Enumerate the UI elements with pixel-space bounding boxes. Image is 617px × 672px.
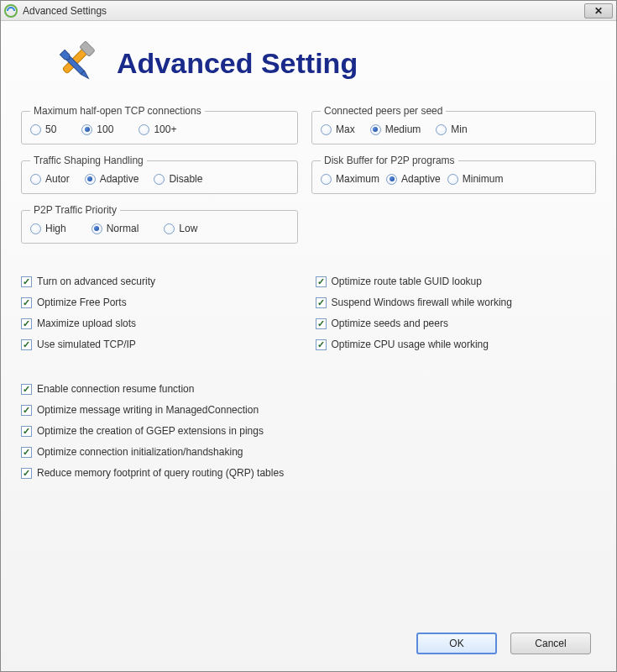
radio-icon: [386, 174, 397, 185]
group-traffic: Traffic Shaping Handling Autor Adaptive …: [21, 155, 298, 194]
group-disk-legend: Disk Buffer for P2P programs: [321, 155, 458, 166]
radio-icon: [447, 174, 458, 185]
radio-icon: [164, 223, 175, 234]
radio-icon: [154, 174, 165, 185]
checkbox-icon: [21, 447, 32, 458]
titlebar: Advanced Settings ✕: [1, 1, 616, 21]
window: Advanced Settings ✕ Advan: [0, 0, 617, 672]
group-priority: P2P Traffic Priority High Normal Low: [21, 204, 298, 244]
radio-icon: [85, 174, 96, 185]
row-2: Traffic Shaping Handling Autor Adaptive …: [21, 155, 596, 194]
check-seeds-peers[interactable]: Optimize seeds and peers: [316, 318, 597, 329]
content-area: Advanced Setting Maximum half-open TCP c…: [1, 21, 616, 671]
radio-icon: [370, 124, 381, 135]
group-peers: Connected peers per seed Max Medium Min: [311, 105, 596, 144]
check-route-table[interactable]: Optimize route table GUID lookup: [316, 276, 597, 287]
group-tcp-legend: Maximum half-open TCP connections: [30, 105, 205, 117]
checkbox-icon: [21, 318, 32, 329]
check-suspend-firewall[interactable]: Suspend Windows firewall while working: [316, 297, 597, 308]
check-simulated-tcpip[interactable]: Use simulated TCP/IP: [21, 339, 302, 350]
radio-icon: [30, 223, 41, 234]
group-peers-legend: Connected peers per seed: [321, 105, 446, 117]
checkbox-icon: [21, 297, 32, 308]
radio-disk-maximum[interactable]: Maximum: [321, 173, 379, 185]
close-icon: ✕: [594, 5, 603, 17]
radio-priority-normal[interactable]: Normal: [92, 223, 139, 234]
checkbox-icon: [21, 276, 32, 287]
checkbox-icon: [21, 405, 32, 416]
checkbox-icon: [316, 297, 327, 308]
radio-priority-high[interactable]: High: [30, 223, 66, 234]
checkbox-icon: [316, 276, 327, 287]
check-upload-slots[interactable]: Maximize upload slots: [21, 318, 302, 329]
radio-traffic-adaptive[interactable]: Adaptive: [85, 173, 139, 185]
check-ggep-extensions[interactable]: Optimize the creation of GGEP extensions…: [21, 425, 596, 437]
radio-traffic-autor[interactable]: Autor: [30, 173, 70, 185]
check-message-writing[interactable]: Optimize message writing in ManagedConne…: [21, 404, 596, 416]
close-button[interactable]: ✕: [584, 3, 613, 18]
radio-icon: [321, 124, 332, 135]
row-1: Maximum half-open TCP connections 50 100…: [21, 105, 596, 144]
group-traffic-legend: Traffic Shaping Handling: [30, 155, 147, 166]
check-col-left: Turn on advanced security Optimize Free …: [21, 276, 302, 360]
radio-tcp-50[interactable]: 50: [30, 123, 56, 135]
radio-peers-max[interactable]: Max: [321, 123, 355, 135]
check-free-ports[interactable]: Optimize Free Ports: [21, 297, 302, 308]
check-cpu-usage[interactable]: Optimize CPU usage while working: [316, 339, 597, 350]
checkbox-icon: [21, 468, 32, 479]
check-connection-resume[interactable]: Enable connection resume function: [21, 383, 596, 395]
radio-icon: [92, 223, 102, 234]
check-col-right: Optimize route table GUID lookup Suspend…: [316, 276, 597, 360]
radio-tcp-100plus[interactable]: 100+: [139, 123, 176, 135]
page-header: Advanced Setting: [46, 36, 596, 90]
radio-icon: [30, 174, 41, 185]
ok-button[interactable]: OK: [416, 633, 497, 654]
window-title: Advanced Settings: [23, 5, 584, 17]
row-3: P2P Traffic Priority High Normal Low: [21, 204, 596, 244]
button-row: OK Cancel: [416, 633, 591, 654]
radio-peers-medium[interactable]: Medium: [370, 123, 421, 135]
radio-traffic-disable[interactable]: Disable: [154, 173, 202, 185]
radio-icon: [30, 124, 41, 135]
checkbox-icon: [21, 339, 32, 350]
tools-icon: [46, 36, 100, 90]
page-title: Advanced Setting: [117, 47, 358, 80]
group-tcp: Maximum half-open TCP connections 50 100…: [21, 105, 298, 144]
checkbox-icon: [316, 339, 327, 350]
group-disk: Disk Buffer for P2P programs Maximum Ada…: [311, 155, 596, 194]
checkbox-icon: [316, 318, 327, 329]
checkbox-icon: [21, 426, 32, 437]
app-icon: [4, 4, 18, 18]
cancel-button[interactable]: Cancel: [510, 633, 591, 654]
check-advanced-security[interactable]: Turn on advanced security: [21, 276, 302, 287]
radio-disk-adaptive[interactable]: Adaptive: [386, 173, 441, 185]
check-list: Enable connection resume function Optimi…: [21, 383, 596, 479]
radio-icon: [436, 124, 447, 135]
check-memory-footprint[interactable]: Reduce memory footprint of query routing…: [21, 467, 596, 479]
radio-icon: [139, 124, 149, 135]
group-priority-legend: P2P Traffic Priority: [30, 204, 120, 216]
check-columns: Turn on advanced security Optimize Free …: [21, 276, 596, 360]
radio-priority-low[interactable]: Low: [164, 223, 197, 234]
radio-icon: [81, 124, 92, 135]
radio-icon: [321, 174, 332, 185]
checkbox-icon: [21, 384, 32, 395]
radio-disk-minimum[interactable]: Minimum: [447, 173, 504, 185]
radio-tcp-100[interactable]: 100: [81, 123, 113, 135]
check-connection-init[interactable]: Optimize connection initialization/hands…: [21, 446, 596, 458]
radio-peers-min[interactable]: Min: [436, 123, 467, 135]
